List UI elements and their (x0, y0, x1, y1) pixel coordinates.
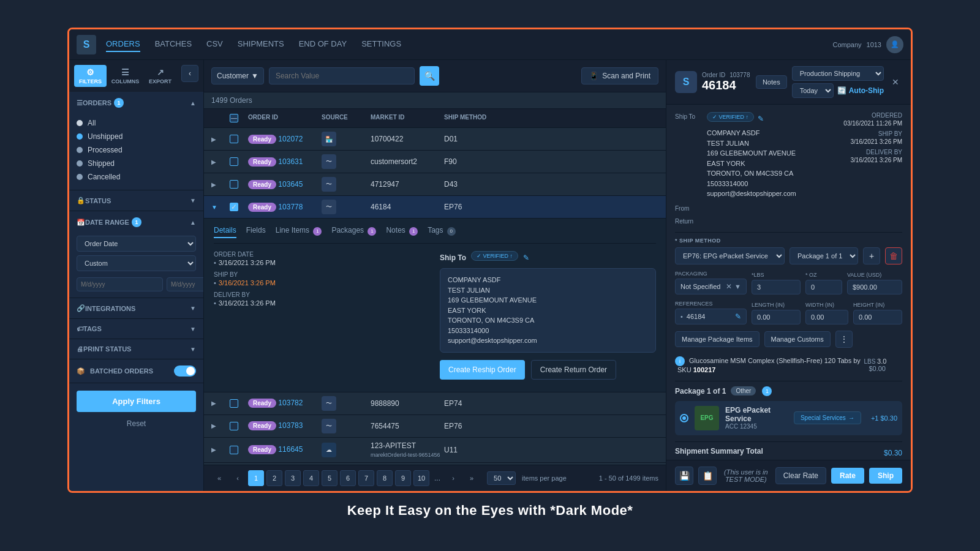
carrier-radio[interactable] (680, 414, 688, 422)
page-10[interactable]: 10 (413, 470, 429, 486)
close-button[interactable]: ✕ (889, 75, 902, 89)
select-all-checkbox[interactable]: — (230, 114, 238, 122)
tab-export[interactable]: ↗ EXPORT (144, 65, 176, 87)
nav-settings[interactable]: SETTINGS (361, 37, 401, 52)
copy-icon-button[interactable]: 📋 (698, 467, 717, 485)
row-checkbox[interactable] (230, 446, 238, 454)
delete-package-button[interactable]: 🗑 (885, 247, 902, 264)
page-2[interactable]: 2 (266, 470, 282, 486)
nav-shipments[interactable]: SHIPMENTS (238, 37, 284, 52)
row-checkbox[interactable] (230, 399, 238, 408)
table-row[interactable]: ▶ Ready 103631 〜 customersort2 F90 (204, 151, 666, 173)
length-input[interactable] (752, 310, 801, 324)
references-edit[interactable]: ✎ (735, 312, 741, 321)
filter-cancelled[interactable]: Cancelled (77, 170, 196, 184)
row-checkbox[interactable] (230, 422, 238, 430)
special-services-button[interactable]: Special Services → (794, 411, 861, 424)
reset-button[interactable]: Reset (69, 419, 203, 433)
page-8[interactable]: 8 (377, 470, 393, 486)
detail-tab-tags[interactable]: Tags 0 (428, 226, 456, 238)
table-row[interactable]: ▶ Ready 102072 🏪 10700422 D01 (204, 128, 666, 151)
date-type-select[interactable]: Order Date (77, 236, 196, 252)
page-7[interactable]: 7 (358, 470, 374, 486)
date-preset-select[interactable]: Custom (77, 255, 196, 271)
nav-orders[interactable]: ORDERS (106, 37, 140, 52)
page-prev[interactable]: ‹ (230, 470, 246, 486)
expand-arrow[interactable]: ▶ (211, 400, 230, 407)
package-select[interactable]: Package 1 of 1 (790, 247, 858, 264)
page-first[interactable]: « (211, 470, 227, 486)
order-link[interactable]: 103778 (278, 203, 303, 211)
lbs-input[interactable] (752, 280, 801, 294)
filter-all[interactable]: All (77, 116, 196, 130)
return-button[interactable]: Create Return Order (531, 360, 616, 380)
search-input[interactable] (269, 67, 415, 84)
clear-rate-button[interactable]: Clear Rate (775, 467, 826, 484)
expand-arrow[interactable]: ▶ (211, 159, 230, 165)
edit-icon[interactable]: ✎ (523, 253, 529, 262)
filter-shipped[interactable]: Shipped (77, 157, 196, 170)
table-row[interactable]: ▶ Ready 116645 ☁ 123-APITESTmarektOrderI… (204, 438, 666, 463)
detail-tab-lineitems[interactable]: Line Items 1 (276, 226, 322, 238)
value-input[interactable] (847, 280, 902, 294)
row-checkbox[interactable] (230, 135, 238, 143)
print-status-header[interactable]: 🖨 PRINT STATUS ▼ (69, 339, 203, 359)
tab-columns[interactable]: ☰ COLUMNS (109, 65, 141, 87)
manage-customs-button[interactable]: Manage Customs (764, 331, 831, 347)
tags-header[interactable]: 🏷 TAGS ▼ (69, 319, 203, 339)
avatar[interactable]: 👤 (886, 36, 903, 53)
expand-arrow[interactable]: ▶ (211, 446, 230, 453)
row-checkbox[interactable]: ✓ (230, 203, 238, 211)
oz-input[interactable] (805, 280, 842, 294)
right-edit-icon[interactable]: ✎ (758, 114, 764, 123)
orders-section-header[interactable]: ☰ ORDERS 1 ▲ (69, 92, 203, 114)
page-5[interactable]: 5 (322, 470, 337, 486)
row-checkbox[interactable] (230, 180, 238, 189)
order-link[interactable]: 103631 (278, 157, 303, 166)
scan-and-print-button[interactable]: 📱 Scan and Print (581, 67, 658, 84)
filter-unshipped[interactable]: Unshipped (77, 130, 196, 143)
page-6[interactable]: 6 (340, 470, 356, 486)
tab-filters[interactable]: ⚙ FILTERS (74, 65, 107, 87)
detail-tab-packages[interactable]: Packages 1 (331, 226, 376, 238)
page-last[interactable]: » (464, 470, 480, 486)
integrations-header[interactable]: 🔗 INTEGRATIONS ▼ (69, 298, 203, 318)
page-1[interactable]: 1 (248, 470, 264, 486)
more-options-button[interactable]: ⋮ (835, 331, 853, 348)
filter-processed[interactable]: Processed (77, 143, 196, 157)
expand-arrow[interactable]: ▶ (211, 422, 230, 429)
reship-button[interactable]: Create Reship Order (440, 360, 525, 380)
shipping-provider-select[interactable]: Production Shipping (792, 66, 884, 81)
page-9[interactable]: 9 (395, 470, 411, 486)
date-select[interactable]: Today (792, 83, 834, 98)
height-input[interactable] (853, 310, 902, 324)
expand-arrow[interactable]: ▶ (211, 181, 230, 188)
width-input[interactable] (805, 310, 848, 324)
filter-by-select[interactable]: Customer ▼ (211, 67, 264, 84)
table-row-selected[interactable]: ▼ ✓ Ready 103778 〜 46184 EP76 (204, 196, 666, 219)
expand-arrow[interactable]: ▼ (211, 204, 230, 211)
items-per-page-select[interactable]: 50 (487, 471, 516, 485)
clear-packaging-button[interactable]: ✕ (726, 282, 732, 291)
table-row[interactable]: ▶ Ready 103782 〜 9888890 EP74 (204, 392, 666, 415)
table-row[interactable]: ▶ Ready 103645 〜 4712947 D43 (204, 173, 666, 196)
add-package-button[interactable]: + (863, 247, 880, 264)
expand-arrow[interactable]: ▶ (211, 136, 230, 143)
ship-method-select[interactable]: EP76: EPG ePacket Service (675, 247, 785, 264)
page-4[interactable]: 4 (303, 470, 319, 486)
order-link[interactable]: 102072 (278, 135, 303, 143)
date-to-input[interactable] (167, 277, 204, 291)
app-logo[interactable]: S (77, 35, 96, 54)
notes-button[interactable]: Notes (756, 75, 787, 89)
row-checkbox[interactable] (230, 157, 238, 166)
apply-filters-button[interactable]: Apply Filters (77, 391, 196, 412)
batched-orders-toggle[interactable] (174, 365, 196, 377)
detail-tab-fields[interactable]: Fields (246, 226, 266, 238)
status-section-header[interactable]: 🔒 STATUS ▼ (69, 190, 203, 211)
order-link[interactable]: 103783 (278, 421, 303, 430)
page-3[interactable]: 3 (285, 470, 301, 486)
date-from-input[interactable] (77, 277, 163, 291)
nav-batches[interactable]: BATCHES (155, 37, 192, 52)
nav-end-of-day[interactable]: END OF DAY (299, 37, 347, 52)
ship-button[interactable]: Ship (869, 468, 902, 484)
